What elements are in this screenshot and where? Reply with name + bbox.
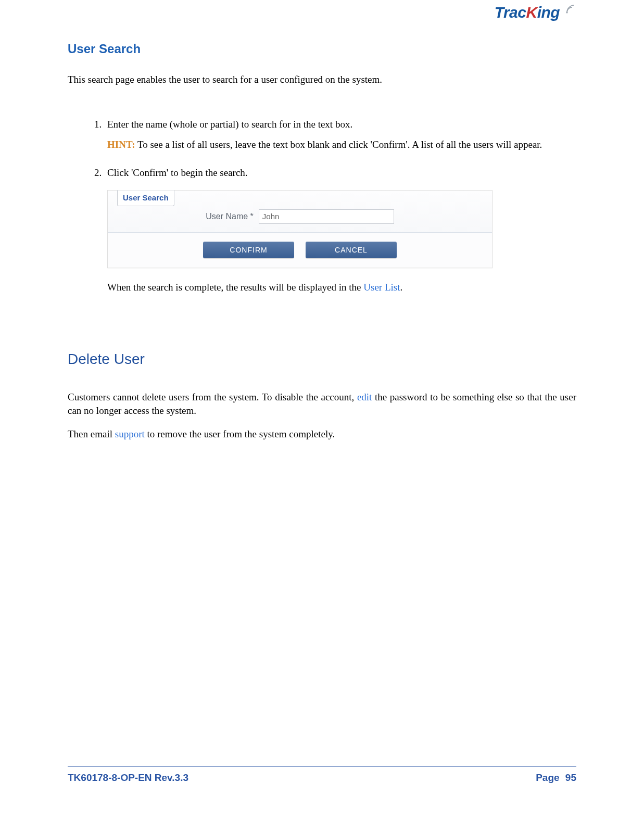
- hint-block: HINT: To see a list of all users, leave …: [107, 138, 576, 152]
- support-link[interactable]: support: [115, 428, 145, 439]
- step-1-text: Enter the name (whole or partial) to sea…: [107, 119, 352, 130]
- fieldset: User Search User Name *: [108, 191, 492, 233]
- page-number: 95: [565, 772, 576, 783]
- delete-user-heading: Delete User: [68, 351, 576, 368]
- logo-part-2: K: [526, 4, 537, 21]
- results-note-post: .: [400, 282, 402, 293]
- footer-rule: [68, 766, 576, 767]
- doc-id: TK60178-8-OP-EN Rev.3.3: [68, 772, 188, 784]
- user-search-intro: This search page enables the user to sea…: [68, 73, 576, 86]
- username-label-text: User Name: [206, 212, 248, 221]
- brand-logo: TracKing: [495, 3, 576, 21]
- user-search-widget: User Search User Name * CONFIRM CANCEL: [107, 190, 493, 268]
- user-search-heading: User Search: [68, 42, 576, 56]
- hint-label: HINT:: [107, 139, 135, 150]
- delete-user-p2-post: to remove the user from the system compl…: [145, 428, 335, 439]
- page-indicator: Page 95: [536, 772, 576, 784]
- confirm-button[interactable]: CONFIRM: [203, 242, 294, 258]
- results-note-pre: When the search is complete, the results…: [107, 282, 363, 293]
- page-label: Page: [536, 772, 559, 783]
- delete-user-p2-pre: Then email: [68, 428, 115, 439]
- logo-part-1: Trac: [495, 4, 526, 21]
- user-list-link[interactable]: User List: [363, 282, 400, 293]
- username-label: User Name *: [206, 211, 254, 222]
- page-footer: TK60178-8-OP-EN Rev.3.3 Page 95: [68, 766, 576, 784]
- fieldset-title: User Search: [117, 190, 174, 206]
- logo-part-3: ing: [537, 4, 560, 21]
- signal-icon: [565, 3, 576, 17]
- svg-point-0: [566, 11, 567, 13]
- delete-user-p2: Then email support to remove the user fr…: [68, 427, 576, 441]
- step-2: Click 'Confirm' to begin the search. Use…: [104, 166, 576, 294]
- steps-list: Enter the name (whole or partial) to sea…: [89, 118, 576, 294]
- delete-user-p1-pre: Customers cannot delete users from the s…: [68, 392, 357, 402]
- username-input[interactable]: [259, 209, 394, 224]
- cancel-button[interactable]: CANCEL: [306, 242, 397, 258]
- edit-link[interactable]: edit: [357, 392, 372, 402]
- results-note: When the search is complete, the results…: [107, 281, 576, 294]
- hint-text: To see a list of all users, leave the te…: [135, 139, 542, 150]
- required-mark: *: [250, 212, 254, 221]
- delete-user-p1: Customers cannot delete users from the s…: [68, 390, 576, 417]
- step-1: Enter the name (whole or partial) to sea…: [104, 118, 576, 152]
- button-row: CONFIRM CANCEL: [108, 233, 492, 268]
- step-2-text: Click 'Confirm' to begin the search.: [107, 167, 248, 178]
